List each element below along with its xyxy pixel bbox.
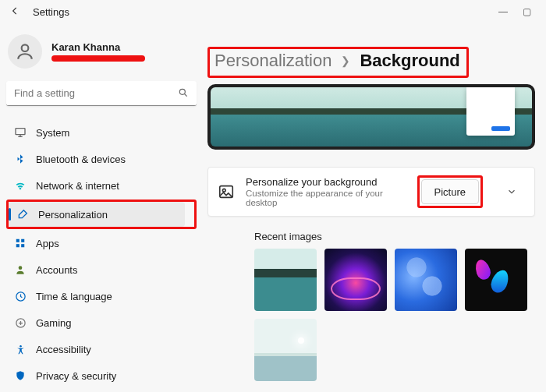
- bluetooth-icon: [14, 153, 27, 165]
- user-email-redacted: [51, 55, 145, 62]
- nav-accessibility[interactable]: Accessibility: [6, 337, 197, 362]
- breadcrumb-current: Background: [360, 51, 459, 71]
- recent-image-thumb[interactable]: [254, 249, 317, 311]
- background-type-dropdown[interactable]: Picture: [421, 179, 479, 204]
- nav-apps[interactable]: Apps: [6, 231, 197, 256]
- nav-label: Personalization: [38, 209, 108, 221]
- nav-label: Privacy & security: [36, 370, 116, 382]
- svg-rect-5: [16, 244, 20, 247]
- nav-label: Time & language: [36, 291, 112, 302]
- maximize-button[interactable]: ▢: [515, 6, 538, 17]
- nav-label: Network & internet: [36, 180, 119, 192]
- chevron-right-icon: ❯: [341, 55, 350, 67]
- apps-icon: [14, 237, 27, 249]
- nav-bluetooth[interactable]: Bluetooth & devices: [6, 147, 197, 171]
- recent-image-thumb[interactable]: [324, 249, 387, 311]
- gaming-icon: [14, 316, 27, 329]
- main-content: Personalization ❯ Background Personalize…: [203, 23, 546, 392]
- card-subtitle: Customize the appearance of your desktop: [246, 189, 406, 207]
- nav-network[interactable]: Network & internet: [6, 173, 197, 198]
- nav-label: Apps: [36, 238, 59, 249]
- clock-icon: [14, 290, 27, 302]
- recent-image-thumb[interactable]: [395, 249, 457, 311]
- back-button[interactable]: [8, 5, 22, 19]
- search-icon: [178, 87, 189, 101]
- window-title: Settings: [33, 6, 69, 18]
- recent-image-thumb[interactable]: [465, 249, 527, 311]
- breadcrumb-parent[interactable]: Personalization: [214, 51, 332, 71]
- card-title: Personalize your background: [246, 176, 406, 188]
- nav-accounts[interactable]: Accounts: [6, 257, 197, 282]
- highlight-personalization: Personalization: [6, 200, 197, 229]
- nav-personalization[interactable]: Personalization: [9, 202, 185, 227]
- shield-icon: [14, 369, 27, 382]
- svg-rect-6: [21, 244, 24, 247]
- nav-label: Bluetooth & devices: [36, 154, 126, 165]
- svg-point-12: [222, 189, 225, 192]
- recent-images-section: Recent images: [207, 231, 535, 381]
- svg-point-7: [19, 266, 23, 270]
- preview-window: [466, 87, 515, 136]
- svg-rect-3: [16, 239, 20, 242]
- nav-privacy[interactable]: Privacy & security: [6, 363, 197, 388]
- system-icon: [14, 126, 27, 139]
- minimize-button[interactable]: ―: [491, 6, 515, 17]
- nav-time[interactable]: Time & language: [6, 284, 197, 309]
- personalize-background-card[interactable]: Personalize your background Customize th…: [207, 167, 535, 217]
- svg-rect-4: [21, 239, 24, 242]
- picture-icon: [218, 183, 235, 200]
- svg-point-1: [179, 89, 185, 94]
- svg-rect-2: [16, 129, 25, 135]
- nav-gaming[interactable]: Gaming: [6, 310, 197, 335]
- wifi-icon: [14, 179, 27, 192]
- svg-point-10: [20, 344, 22, 347]
- sidebar: Karan Khanna System Bluetooth & devices …: [0, 23, 203, 392]
- expand-chevron[interactable]: [498, 179, 525, 204]
- accessibility-icon: [14, 343, 27, 355]
- accounts-icon: [14, 263, 27, 276]
- profile-block[interactable]: Karan Khanna: [8, 34, 193, 69]
- nav-label: Accessibility: [36, 344, 91, 355]
- paint-icon: [16, 208, 29, 221]
- nav-system[interactable]: System: [6, 120, 197, 145]
- avatar: [8, 34, 42, 69]
- user-name: Karan Khanna: [51, 41, 145, 53]
- nav-label: System: [36, 127, 69, 139]
- nav-list: System Bluetooth & devices Network & int…: [6, 120, 197, 388]
- breadcrumb: Personalization ❯ Background: [207, 47, 469, 78]
- desktop-preview: [207, 84, 535, 150]
- search-input[interactable]: [6, 81, 197, 106]
- svg-point-0: [22, 44, 29, 51]
- recent-heading: Recent images: [254, 231, 535, 242]
- recent-image-thumb[interactable]: [254, 319, 317, 381]
- nav-label: Gaming: [36, 317, 72, 329]
- nav-label: Accounts: [36, 264, 77, 276]
- highlight-picture-dropdown: Picture: [417, 175, 483, 208]
